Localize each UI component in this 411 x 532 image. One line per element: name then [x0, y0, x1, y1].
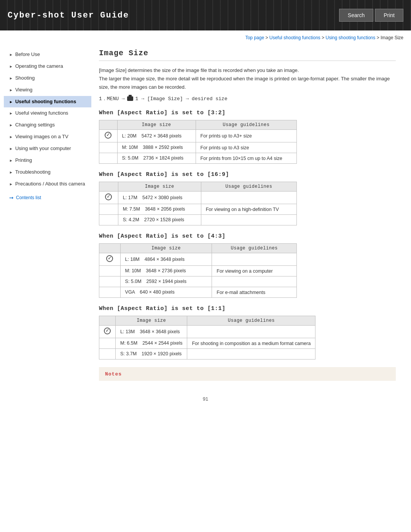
- sidebar-item-viewing[interactable]: ► Viewing: [4, 84, 91, 96]
- sidebar-item-changing-settings[interactable]: ► Changing settings: [4, 119, 91, 131]
- usage-11-2: For shooting in composition as a medium …: [187, 338, 315, 349]
- print-button[interactable]: Print: [375, 9, 403, 22]
- usage-43-3: [212, 276, 297, 287]
- breadcrumb-current: Image Size: [381, 35, 403, 40]
- checkmark-icon: [105, 132, 112, 139]
- check-cell-11-3: [99, 349, 116, 359]
- col-check-169: [99, 182, 118, 192]
- sidebar-item-troubleshooting[interactable]: ► Troubleshooting: [4, 166, 91, 178]
- sidebar: ► Before Use ► Operating the camera ► Sh…: [4, 45, 91, 392]
- size-169-2: M: 7.5M 3648 × 2056 pixels: [118, 204, 201, 215]
- table-11: Image size Usage guidelines L: 13M 3648 …: [99, 316, 315, 359]
- checkmark-icon: [105, 193, 112, 200]
- check-cell-43-3: [99, 276, 121, 287]
- usage-43-4: For e-mail attachments: [212, 287, 297, 298]
- contents-list-link[interactable]: ➞ Contents list: [4, 190, 91, 205]
- breadcrumb-using-shooting[interactable]: Using shooting functions: [326, 35, 376, 40]
- check-cell-169-3: [99, 215, 118, 225]
- check-cell-169-2: [99, 204, 118, 215]
- sidebar-item-operating[interactable]: ► Operating the camera: [4, 61, 91, 72]
- header-buttons: Search Print: [339, 9, 403, 22]
- check-cell-43-1: [99, 253, 121, 266]
- sidebar-item-viewing-tv[interactable]: ► Viewing images on a TV: [4, 131, 91, 143]
- usage-32-1: For prints up to A3+ size: [196, 130, 296, 142]
- size-43-1: L: 18M 4864 × 3648 pixels: [120, 253, 212, 266]
- col-imagesize-32: Image size: [117, 120, 196, 130]
- table-row: M: 10M 3648 × 2736 pixels For viewing on…: [99, 266, 297, 276]
- notes-title: Notes: [105, 371, 122, 377]
- sidebar-label-troubleshooting: Troubleshooting: [15, 169, 88, 176]
- breadcrumb-useful-shooting[interactable]: Useful shooting functions: [269, 35, 320, 40]
- table-row: L: 13M 3648 × 3648 pixels: [99, 326, 315, 338]
- sidebar-label-changing: Changing settings: [15, 122, 88, 128]
- size-169-3: S: 4.2M 2720 × 1528 pixels: [118, 215, 201, 225]
- usage-32-3: For prints from 10×15 cm up to A4 size: [196, 153, 296, 164]
- sidebar-item-shooting[interactable]: ► Shooting: [4, 72, 91, 84]
- check-cell-43-2: [99, 266, 121, 276]
- check-cell-32-2: [99, 142, 118, 153]
- contents-link-label: Contents list: [16, 195, 41, 200]
- sidebar-label-useful-shooting: Useful shooting functions: [15, 99, 88, 105]
- sidebar-item-before-use[interactable]: ► Before Use: [4, 49, 91, 61]
- usage-169-2: For viewing on a high-definition TV: [201, 204, 296, 215]
- sidebar-label-before-use: Before Use: [15, 51, 88, 58]
- check-cell-43-4: [99, 287, 121, 298]
- search-button[interactable]: Search: [339, 9, 373, 22]
- col-usage-169: Usage guidelines: [201, 182, 296, 192]
- sidebar-item-printing[interactable]: ► Printing: [4, 155, 91, 166]
- check-cell-32-3: [99, 153, 118, 164]
- sidebar-label-precautions: Precautions / About this camera: [15, 181, 88, 187]
- check-cell-11-2: [99, 338, 116, 349]
- usage-11-3: [187, 349, 315, 359]
- intro-text-1: [Image Size] determines the size of the …: [99, 66, 396, 91]
- col-imagesize-169: Image size: [118, 182, 201, 192]
- camera-icon: [127, 96, 133, 101]
- page-title: Image Size: [99, 49, 396, 61]
- check-cell-169-1: [99, 192, 118, 204]
- breadcrumb-sep2: >: [322, 35, 325, 40]
- table-row: M: 7.5M 3648 × 2056 pixels For viewing o…: [99, 204, 297, 215]
- table-row: M: 10M 3888 × 2592 pixels For prints up …: [99, 142, 297, 153]
- sidebar-item-useful-viewing[interactable]: ► Useful viewing functions: [4, 107, 91, 119]
- arrow-icon-changing: ►: [9, 123, 13, 128]
- table-row: M: 6.5M 2544 × 2544 pixels For shooting …: [99, 338, 315, 349]
- menu-step-rest: 1 → [Image Size] → desired size: [135, 96, 228, 102]
- breadcrumb-sep1: >: [265, 35, 269, 40]
- main-layout: ► Before Use ► Operating the camera ► Sh…: [0, 45, 411, 392]
- arrow-icon-viewing: ►: [9, 88, 13, 93]
- size-11-2: M: 6.5M 2544 × 2544 pixels: [116, 338, 187, 349]
- sidebar-item-useful-shooting[interactable]: ► Useful shooting functions: [4, 96, 91, 108]
- menu-step: 1．MENU →: [99, 95, 125, 102]
- size-43-3: S: 5.0M 2592 × 1944 pixels: [120, 276, 212, 287]
- section-heading-11: When [Aspect Ratio] is set to [1:1]: [99, 305, 396, 312]
- page-number: 91: [0, 392, 411, 406]
- size-43-2: M: 10M 3648 × 2736 pixels: [120, 266, 212, 276]
- table-row: L: 20M 5472 × 3648 pixels For prints up …: [99, 130, 297, 142]
- arrow-icon-useful-shooting: ►: [9, 99, 13, 104]
- sidebar-item-precautions[interactable]: ► Precautions / About this camera: [4, 178, 91, 190]
- sidebar-label-operating: Operating the camera: [15, 63, 88, 70]
- size-11-3: S: 3.7M 1920 × 1920 pixels: [116, 349, 187, 359]
- arrow-icon-tv: ►: [9, 134, 13, 139]
- col-usage-32: Usage guidelines: [196, 120, 296, 130]
- size-11-1: L: 13M 3648 × 3648 pixels: [116, 326, 187, 338]
- breadcrumb-top[interactable]: Top page: [245, 35, 264, 40]
- sidebar-label-computer: Using with your computer: [15, 145, 88, 152]
- sidebar-label-viewing: Viewing: [15, 87, 88, 93]
- sidebar-label-tv: Viewing images on a TV: [15, 134, 88, 140]
- size-32-2: M: 10M 3888 × 2592 pixels: [117, 142, 196, 153]
- arrow-icon-operating: ►: [9, 64, 13, 69]
- size-169-1: L: 17M 5472 × 3080 pixels: [118, 192, 201, 204]
- table-row: S: 4.2M 2720 × 1528 pixels: [99, 215, 297, 225]
- table-row: S: 3.7M 1920 × 1920 pixels: [99, 349, 315, 359]
- usage-11-1: [187, 326, 315, 338]
- col-usage-43: Usage guidelines: [212, 244, 297, 253]
- col-usage-11: Usage guidelines: [187, 316, 315, 326]
- checkmark-icon: [104, 328, 111, 334]
- table-row: S: 5.0M 2736 × 1824 pixels For prints fr…: [99, 153, 297, 164]
- table-row: VGA 640 × 480 pixels For e-mail attachme…: [99, 287, 297, 298]
- notes-section: Notes: [99, 367, 396, 381]
- table-row: L: 18M 4864 × 3648 pixels: [99, 253, 297, 266]
- sidebar-item-computer[interactable]: ► Using with your computer: [4, 143, 91, 155]
- menu-instruction: 1．MENU → 1 → [Image Size] → desired size: [99, 95, 396, 102]
